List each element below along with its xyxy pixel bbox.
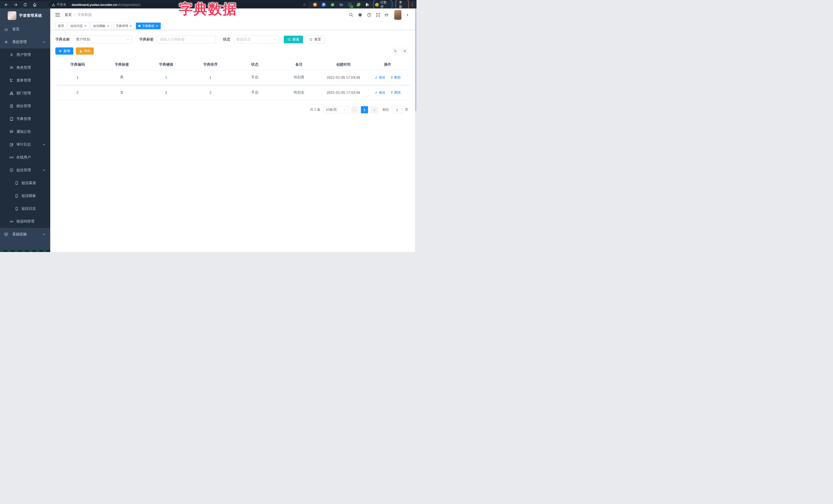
sidebar-item-sms-mgmt[interactable]: 短信管理 [0,164,50,177]
extension-on-badge-icon[interactable]: on [348,2,352,7]
search-button[interactable]: 搜索 [284,35,303,43]
user-avatar[interactable] [394,10,401,20]
sidebar-item-errcode-mgmt[interactable]: </> 错误码管理 [0,215,50,228]
tags-view: 首页 短信日志 ✕ 短信模板 ✕ 字典管理 ✕ 字典数据 ✕ [50,21,415,30]
refresh-table-button[interactable] [401,48,408,55]
sidebar-item-notice[interactable]: 通知公告 [0,125,50,138]
extension-orange-icon[interactable] [313,2,317,7]
download-icon [79,49,82,52]
sidebar-item-user-mgmt[interactable]: 用户管理 [0,48,50,61]
sidebar-item-role-mgmt[interactable]: 角色管理 [0,61,50,74]
close-icon[interactable]: ✕ [129,25,132,27]
bookmark-star-icon[interactable]: ☆ [303,3,306,6]
github-icon[interactable] [358,13,362,17]
sidebar-item-sms-template[interactable]: 短信模板 [0,189,50,202]
sidebar-item-post-mgmt[interactable]: 岗位管理 [0,100,50,113]
current-page[interactable]: 1 [361,106,368,113]
page-size-select[interactable]: 10条/页 [323,106,349,113]
tab-sms-log[interactable]: 短信日志 ✕ [68,23,89,29]
browser-reload-icon[interactable] [23,3,27,7]
sidebar-item-infrastructure[interactable]: 基础设施 [0,228,50,241]
caret-down-icon[interactable]: ▼ [406,14,409,17]
tab-sms-template[interactable]: 短信模板 ✕ [91,23,112,29]
monitor-chart-icon [4,232,8,236]
sidebar-item-sms-log[interactable]: 短信日志 [0,202,50,215]
sidebar-logo[interactable]: 芋道管理系统 [0,8,50,23]
sidebar-item-online-users[interactable]: 在线用户 [0,151,50,164]
add-button[interactable]: 新增 [55,47,73,55]
pencil-icon [375,91,378,94]
status-select[interactable]: 数据状态 [234,35,279,43]
sidebar-item-dict-mgmt[interactable]: 字典管理 [0,113,50,125]
sidebar-item-audit-log[interactable]: 审计日志 [0,138,50,151]
shield-check-icon [9,168,14,172]
close-icon[interactable]: ✕ [84,25,87,27]
address-bar[interactable]: 不安全 dashboard.yudao.iocoder.cn /dict/typ… [49,1,309,8]
chevron-down-icon [126,38,129,41]
tab-dict-mgmt[interactable]: 字典管理 ✕ [113,23,134,29]
chevron-down-icon [273,38,276,41]
scrollbar-thumb[interactable] [415,8,416,111]
delete-link[interactable]: 删除 [390,75,401,80]
reset-button[interactable]: 重置 [306,35,325,43]
dashboard-icon [4,27,8,31]
dict-name-select[interactable]: 用户性别 [73,35,132,43]
status-label: 状态 [223,37,230,42]
sidebar-item-system[interactable]: 系统管理 [0,35,50,48]
dict-tag-label: 字典标签 [139,37,153,42]
window-scrollbar[interactable] [415,8,416,252]
close-icon[interactable]: ✕ [107,25,109,27]
browser-home-icon[interactable] [32,3,37,7]
table-toolbar: 新增 导出 [55,47,410,55]
main-area: 首页 / 字典数据 tT ▼ 首页 [50,8,415,252]
breadcrumb-home[interactable]: 首页 [65,13,72,17]
next-page-button[interactable]: › [371,106,378,113]
extensions-puzzle-icon[interactable] [365,2,370,7]
browser-forward-icon[interactable] [14,3,18,7]
help-icon[interactable] [367,13,372,17]
active-tab-dot [138,25,140,27]
url-domain: dashboard.yudao.iocoder.cn [72,3,117,7]
extension-leaf-icon[interactable] [356,2,361,7]
extension-check-icon[interactable] [330,2,335,7]
export-button[interactable]: 导出 [76,47,94,55]
edit-link[interactable]: 修改 [375,75,385,80]
search-icon[interactable] [349,13,353,17]
insecure-label: 不安全 [57,3,66,7]
page-content: 字典名称 用户性别 字典标签 请输入字典标签 状态 数据状态 [50,30,415,113]
app-title: 芋道管理系统 [19,13,42,18]
sidebar-item-menu-mgmt[interactable]: 菜单管理 [0,74,50,87]
edit-link[interactable]: 修改 [375,90,385,95]
browser-menu-icon[interactable] [410,3,414,7]
extension-pin-icon[interactable] [322,2,326,7]
table-toolbar-right [392,48,408,55]
table-row[interactable]: 1 男 1 1 开启 性别男 2021-01-05 17:03:48 修改 [55,70,410,85]
sidebar-collapse-icon[interactable] [55,13,60,17]
logo-avatar [8,11,17,20]
dict-name-label: 字典名称 [55,37,70,42]
plus-icon [59,49,62,52]
tab-home[interactable]: 首页 [55,23,67,29]
prev-page-button[interactable]: ‹ [351,106,358,113]
fullscreen-icon[interactable] [376,13,380,17]
col-header: 创建时间 [321,59,365,70]
delete-link[interactable]: 删除 [390,90,401,95]
user-icon [9,53,14,57]
browser-back-icon[interactable] [4,3,8,7]
tab-dict-data[interactable]: 字典数据 ✕ [136,23,161,29]
dict-tag-input[interactable]: 请输入字典标签 [157,35,216,43]
sidebar-item-dept-mgmt[interactable]: 部门管理 [0,87,50,100]
goto-page-input[interactable]: 1 [391,106,402,113]
toggle-search-button[interactable] [392,48,399,55]
font-size-icon[interactable]: tT [385,13,388,17]
url-path: /dict/type/data/1 [117,3,140,7]
extension-bars-icon[interactable] [339,2,343,7]
sidebar-item-sms-channel[interactable]: 短信渠道 [0,177,50,189]
close-icon[interactable]: ✕ [156,25,158,27]
sidebar-item-home[interactable]: 首页 [0,23,50,35]
table-row[interactable]: 2 女 2 2 开启 性别女 2021-01-05 17:03:48 修改 [55,85,410,100]
sidebar: 芋道管理系统 首页 系统管理 用户管理 [0,8,50,252]
users-icon [9,66,14,70]
col-header: 备注 [277,59,321,70]
address-divider [69,3,69,6]
